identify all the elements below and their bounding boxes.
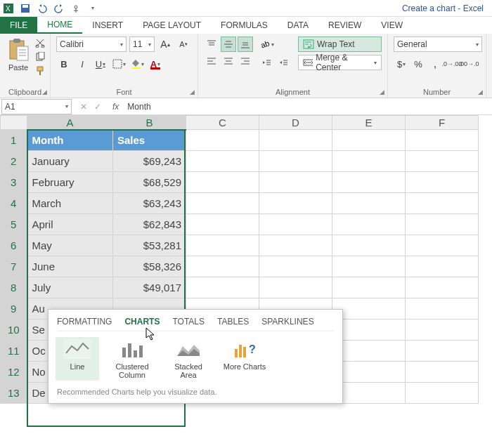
font-size-combo[interactable]: 11▾ xyxy=(129,37,155,52)
cell[interactable] xyxy=(332,130,406,151)
tab-review[interactable]: REVIEW xyxy=(318,17,371,34)
clipboard-dialog-launcher-icon[interactable]: ◢ xyxy=(40,88,48,96)
increase-font-icon[interactable]: A▴ xyxy=(157,37,173,52)
decrease-font-icon[interactable]: A▾ xyxy=(176,37,191,52)
cut-icon[interactable] xyxy=(34,37,46,49)
excel-app-icon[interactable]: X xyxy=(3,3,14,14)
cell[interactable] xyxy=(186,172,259,193)
tab-page-layout[interactable]: PAGE LAYOUT xyxy=(133,17,211,34)
percent-format-icon[interactable]: % xyxy=(410,56,426,72)
cell[interactable] xyxy=(186,277,259,298)
cell[interactable]: April xyxy=(27,214,113,235)
cell[interactable] xyxy=(406,341,479,362)
align-bottom-icon[interactable] xyxy=(238,37,253,52)
cell[interactable] xyxy=(406,151,479,172)
comma-format-icon[interactable]: , xyxy=(427,56,443,72)
cell[interactable]: January xyxy=(27,151,113,172)
cell[interactable] xyxy=(332,214,406,235)
qa-item-clustered-column[interactable]: Clustered Column xyxy=(110,338,154,379)
align-right-icon[interactable] xyxy=(238,53,253,69)
cell[interactable] xyxy=(332,151,406,172)
align-middle-icon[interactable] xyxy=(221,37,236,52)
cell[interactable]: March xyxy=(27,193,113,214)
select-all-corner[interactable] xyxy=(1,116,27,130)
cell[interactable] xyxy=(259,235,332,256)
cell[interactable]: Sales xyxy=(113,130,186,151)
formula-input[interactable]: Month xyxy=(123,102,492,112)
col-header-a[interactable]: A xyxy=(27,116,113,130)
qa-item-stacked-area[interactable]: Stacked Area xyxy=(167,338,210,379)
underline-button[interactable]: U▾ xyxy=(93,56,108,72)
fill-color-button[interactable]: ▾ xyxy=(129,56,145,72)
orientation-icon[interactable]: ab▾ xyxy=(259,37,274,52)
tab-formulas[interactable]: FORMULAS xyxy=(211,17,278,34)
tab-home[interactable]: HOME xyxy=(37,17,82,34)
row-header[interactable]: 5 xyxy=(1,214,27,235)
col-header-d[interactable]: D xyxy=(259,116,332,130)
qa-item-line[interactable]: Line xyxy=(56,337,99,381)
qat-customize-icon[interactable]: ▾ xyxy=(87,3,98,14)
number-format-combo[interactable]: General▾ xyxy=(394,37,482,52)
increase-decimal-icon[interactable]: .0→.00 xyxy=(444,56,460,72)
col-header-b[interactable]: B xyxy=(113,116,186,130)
cell[interactable] xyxy=(406,383,479,404)
cell[interactable]: $58,326 xyxy=(113,256,186,277)
decrease-decimal-icon[interactable]: .00→.0 xyxy=(461,56,477,72)
qa-item-more-charts[interactable]: ? More Charts xyxy=(223,338,266,379)
font-name-combo[interactable]: Calibri▾ xyxy=(56,37,127,52)
tab-file[interactable]: FILE xyxy=(0,17,37,34)
cell[interactable] xyxy=(259,277,332,298)
bold-button[interactable]: B xyxy=(56,56,72,72)
cell[interactable] xyxy=(186,130,259,151)
col-header-e[interactable]: E xyxy=(332,116,406,130)
align-left-icon[interactable] xyxy=(204,53,219,69)
cell[interactable] xyxy=(186,235,259,256)
row-header[interactable]: 13 xyxy=(1,383,27,404)
cell[interactable]: February xyxy=(27,172,113,193)
cell[interactable] xyxy=(406,277,479,298)
tab-insert[interactable]: INSERT xyxy=(82,17,133,34)
copy-icon[interactable] xyxy=(34,51,46,63)
cell[interactable]: $63,243 xyxy=(113,193,186,214)
name-box[interactable]: A1▾ xyxy=(1,99,72,114)
row-header[interactable]: 8 xyxy=(1,277,27,298)
cell[interactable] xyxy=(406,298,479,319)
cell[interactable]: $62,843 xyxy=(113,214,186,235)
row-header[interactable]: 6 xyxy=(1,235,27,256)
cell[interactable] xyxy=(332,172,406,193)
italic-button[interactable]: I xyxy=(75,56,90,72)
align-center-icon[interactable] xyxy=(221,53,236,69)
row-header[interactable]: 3 xyxy=(1,172,27,193)
cell[interactable] xyxy=(332,277,406,298)
cell[interactable] xyxy=(406,256,479,277)
cell[interactable] xyxy=(259,214,332,235)
cell[interactable]: $49,017 xyxy=(113,277,186,298)
row-header[interactable]: 11 xyxy=(1,341,27,362)
cell[interactable] xyxy=(259,130,332,151)
align-top-icon[interactable] xyxy=(204,37,219,52)
cell[interactable] xyxy=(186,193,259,214)
qa-tab-formatting[interactable]: FORMATTING xyxy=(57,317,112,327)
qa-tab-charts[interactable]: CHARTS xyxy=(124,317,160,327)
cell[interactable] xyxy=(332,256,406,277)
row-header[interactable]: 12 xyxy=(1,362,27,383)
accounting-format-icon[interactable]: $▾ xyxy=(394,56,409,72)
number-dialog-launcher-icon[interactable]: ◢ xyxy=(476,88,484,96)
cell[interactable] xyxy=(406,214,479,235)
qa-tab-tables[interactable]: TABLES xyxy=(217,317,249,327)
cell[interactable]: July xyxy=(27,277,113,298)
cell[interactable]: May xyxy=(27,235,113,256)
cell[interactable] xyxy=(332,319,406,341)
qa-tab-sparklines[interactable]: SPARKLINES xyxy=(261,317,313,327)
cell[interactable] xyxy=(406,362,479,383)
tab-data[interactable]: DATA xyxy=(278,17,318,34)
cell[interactable] xyxy=(259,256,332,277)
cell[interactable] xyxy=(186,256,259,277)
paste-button[interactable]: Paste xyxy=(6,37,31,73)
cell[interactable] xyxy=(406,172,479,193)
border-button[interactable]: ▾ xyxy=(111,56,127,72)
merge-center-button[interactable]: Merge & Center ▾ xyxy=(298,55,382,70)
cell[interactable] xyxy=(186,151,259,172)
cell[interactable] xyxy=(259,172,332,193)
cell[interactable] xyxy=(259,193,332,214)
